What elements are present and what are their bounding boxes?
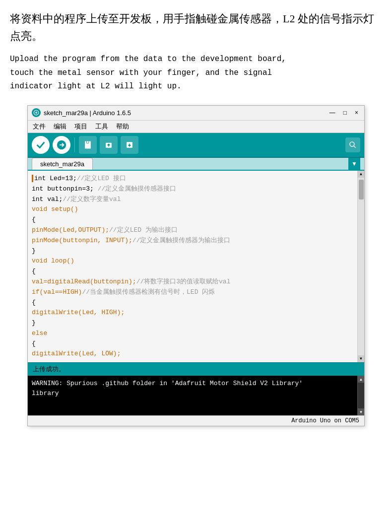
title-bar-left: sketch_mar29a | Arduino 1.6.5 [32, 108, 131, 117]
toolbar [28, 133, 364, 158]
code-line-12: if(val==HIGH)//当金属触摸传感器检测有信号时，LED 闪烁 [32, 287, 353, 298]
code-line-1: int Led=13;//定义LED 接口 [32, 174, 353, 184]
code-line-8: } [32, 246, 353, 257]
english-line-1: Upload the program from the data to the … [10, 53, 382, 66]
code-line-16: else [32, 329, 353, 339]
chinese-paragraph: 将资料中的程序上传至开发板，用手指触碰金属传感器，L2 处的信号指示灯点亮。 [10, 10, 382, 45]
upload-button[interactable] [53, 136, 70, 154]
console-area: WARNING: Spurious .github folder in 'Ada… [28, 376, 364, 415]
search-button[interactable] [345, 137, 360, 152]
open-button[interactable] [100, 136, 118, 154]
arduino-logo [32, 108, 41, 117]
window-title: sketch_mar29a | Arduino 1.6.5 [44, 109, 131, 117]
tab-bar: sketch_mar29a ▼ [28, 158, 364, 171]
menu-tools[interactable]: 工具 [95, 122, 108, 131]
console-scrollbar: ▲ ▼ [357, 376, 364, 415]
code-scrollbar: ▲ ▼ [357, 171, 364, 362]
code-content[interactable]: int Led=13;//定义LED 接口 int buttonpin=3; /… [28, 171, 357, 362]
save-button[interactable] [121, 136, 138, 154]
english-line-2: touch the metal sensor with your finger,… [10, 66, 382, 80]
code-line-14: digitalWrite(Led, HIGH); [32, 308, 353, 318]
title-bar: sketch_mar29a | Arduino 1.6.5 — □ × [28, 106, 364, 121]
menu-bar: 文件 编辑 项目 工具 帮助 [28, 121, 364, 133]
console-line-2: library [32, 389, 353, 399]
upload-status: 上传成功。 [33, 365, 65, 373]
code-line-6: pinMode(Led,OUTPUT);//定义LED 为输出接口 [32, 225, 353, 236]
code-line-5: { [32, 215, 353, 225]
scrollbar-down-button[interactable]: ▼ [358, 355, 364, 362]
tab-dropdown[interactable]: ▼ [348, 158, 360, 170]
code-line-17: { [32, 339, 353, 349]
svg-point-5 [350, 142, 354, 146]
code-line-4: void setup() [32, 204, 353, 215]
minimize-button[interactable]: — [327, 109, 337, 116]
code-line-15: } [32, 318, 353, 329]
code-line-11: val=digitalRead(buttonpin);//将数字接口3的值读取赋… [32, 277, 353, 287]
code-area: int Led=13;//定义LED 接口 int buttonpin=3; /… [28, 171, 364, 362]
new-button[interactable] [79, 136, 97, 154]
status-bar: 上传成功。 [28, 362, 364, 376]
code-line-13: { [32, 298, 353, 308]
bottom-status-bar: Arduino Uno on COM5 [28, 415, 364, 426]
code-line-10: { [32, 266, 353, 277]
arduino-window: sketch_mar29a | Arduino 1.6.5 — □ × 文件 编… [27, 105, 365, 426]
english-line-3: indicator light at L2 will light up. [10, 80, 382, 93]
menu-help[interactable]: 帮助 [116, 122, 129, 131]
svg-rect-2 [85, 141, 91, 148]
close-button[interactable]: × [353, 109, 360, 116]
tab-sketch[interactable]: sketch_mar29a [32, 158, 93, 170]
window-controls: — □ × [327, 109, 360, 116]
scrollbar-thumb[interactable] [359, 180, 364, 200]
maximize-button[interactable]: □ [341, 109, 349, 116]
console-content: WARNING: Spurious .github folder in 'Ada… [28, 376, 357, 415]
menu-file[interactable]: 文件 [33, 122, 46, 131]
english-paragraph: Upload the program from the data to the … [10, 53, 382, 93]
toolbar-separator [74, 137, 75, 152]
console-line-1: WARNING: Spurious .github folder in 'Ada… [32, 379, 353, 389]
console-scrollbar-up[interactable]: ▲ [358, 376, 364, 383]
board-status: Arduino Uno on COM5 [291, 417, 359, 424]
menu-project[interactable]: 项目 [74, 122, 87, 131]
code-line-2: int buttonpin=3; //定义金属触摸传感器接口 [32, 184, 353, 195]
svg-line-6 [354, 146, 356, 148]
code-line-3: int val;//定义数字变量val [32, 195, 353, 205]
verify-button[interactable] [32, 136, 50, 154]
scrollbar-up-button[interactable]: ▲ [358, 171, 364, 178]
code-line-18: digitalWrite(Led, LOW); [32, 349, 353, 359]
menu-edit[interactable]: 编辑 [54, 122, 66, 131]
console-scrollbar-down[interactable]: ▼ [358, 408, 364, 415]
code-line-9: void loop() [32, 256, 353, 266]
code-line-7: pinMode(buttonpin, INPUT);//定义金属触摸传感器为输出… [32, 236, 353, 246]
